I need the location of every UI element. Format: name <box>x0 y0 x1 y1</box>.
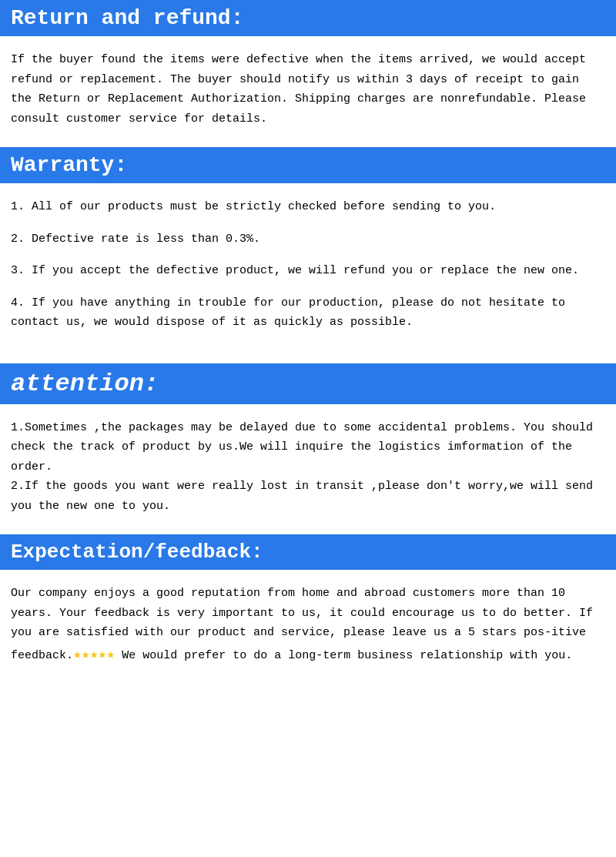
attention-item-2: 2.If the goods you want were really lost… <box>11 477 605 516</box>
stars-icon: ★★★★★ <box>73 647 115 662</box>
warranty-item-4: 4. If you have anything in trouble for o… <box>11 293 605 333</box>
warranty-item-2: 2. Defective rate is less than 0.3%. <box>11 229 605 249</box>
attention-item-1: 1.Sometimes ,the packages may be delayed… <box>11 418 605 477</box>
return-refund-body: If the buyer found the items were defect… <box>0 36 616 147</box>
attention-body: 1.Sometimes ,the packages may be delayed… <box>0 404 616 535</box>
expectation-text-after-stars: We would prefer to do a long-term busine… <box>115 649 572 662</box>
warranty-item-3: 3. If you accept the defective product, … <box>11 261 605 281</box>
attention-header: attention: <box>0 363 616 404</box>
warranty-header: Warranty: <box>0 147 616 183</box>
return-refund-text: If the buyer found the items were defect… <box>11 50 605 129</box>
expectation-body: Our company enjoys a good reputation fro… <box>0 570 616 685</box>
return-refund-header: Return and refund: <box>0 0 616 36</box>
expectation-header: Expectation/feedback: <box>0 534 616 570</box>
warranty-item-1: 1. All of our products must be strictly … <box>11 197 605 217</box>
return-refund-section: Return and refund: If the buyer found th… <box>0 0 616 147</box>
expectation-text: Our company enjoys a good reputation fro… <box>11 584 605 666</box>
warranty-section: Warranty: 1. All of our products must be… <box>0 147 616 363</box>
warranty-body: 1. All of our products must be strictly … <box>0 183 616 363</box>
expectation-section: Expectation/feedback: Our company enjoys… <box>0 534 616 685</box>
attention-section: attention: 1.Sometimes ,the packages may… <box>0 363 616 535</box>
